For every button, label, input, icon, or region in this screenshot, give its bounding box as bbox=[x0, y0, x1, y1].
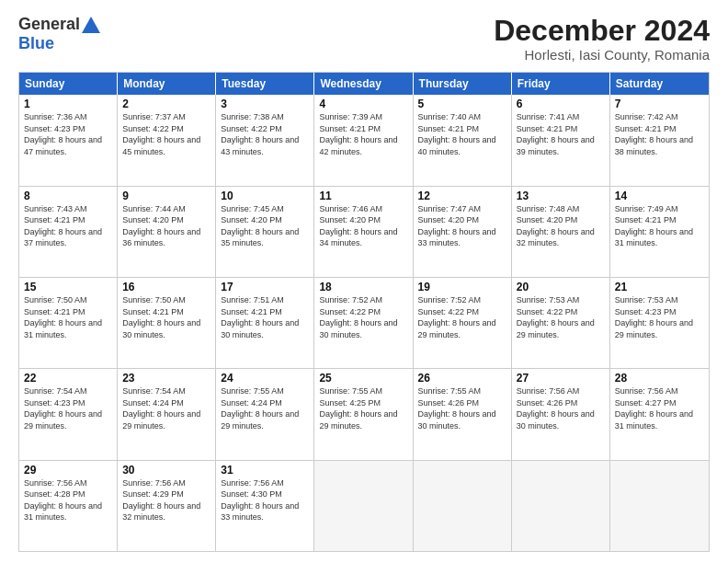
day-info: Sunrise: 7:55 AMSunset: 4:25 PMDaylight:… bbox=[319, 385, 407, 431]
main-title: December 2024 bbox=[494, 15, 710, 47]
day-info: Sunrise: 7:53 AMSunset: 4:23 PMDaylight:… bbox=[615, 294, 704, 340]
day-info: Sunrise: 7:52 AMSunset: 4:22 PMDaylight:… bbox=[418, 294, 506, 340]
day-number: 19 bbox=[418, 281, 506, 293]
day-number: 28 bbox=[615, 372, 704, 385]
empty-cell bbox=[610, 461, 709, 551]
day-info: Sunrise: 7:56 AMSunset: 4:30 PMDaylight:… bbox=[221, 477, 309, 523]
day-info: Sunrise: 7:43 AMSunset: 4:21 PMDaylight:… bbox=[24, 203, 112, 249]
logo: General Blue bbox=[18, 15, 100, 53]
day-cell-14: 14Sunrise: 7:49 AMSunset: 4:21 PMDayligh… bbox=[610, 187, 709, 277]
day-cell-16: 16Sunrise: 7:50 AMSunset: 4:21 PMDayligh… bbox=[118, 278, 216, 368]
day-number: 2 bbox=[122, 98, 210, 110]
day-number: 15 bbox=[24, 281, 112, 293]
empty-cell bbox=[314, 461, 413, 551]
header-day-sunday: Sunday bbox=[19, 73, 118, 95]
day-info: Sunrise: 7:54 AMSunset: 4:24 PMDaylight:… bbox=[122, 385, 210, 431]
day-number: 6 bbox=[517, 98, 605, 110]
day-cell-29: 29Sunrise: 7:56 AMSunset: 4:28 PMDayligh… bbox=[19, 461, 118, 551]
day-number: 14 bbox=[615, 190, 704, 202]
header-day-tuesday: Tuesday bbox=[216, 73, 314, 95]
calendar-container: SundayMondayTuesdayWednesdayThursdayFrid… bbox=[18, 72, 710, 552]
day-number: 30 bbox=[122, 464, 210, 477]
day-info: Sunrise: 7:55 AMSunset: 4:26 PMDaylight:… bbox=[418, 385, 506, 431]
day-number: 20 bbox=[517, 281, 605, 293]
logo-blue-text: Blue bbox=[18, 34, 54, 53]
day-info: Sunrise: 7:45 AMSunset: 4:20 PMDaylight:… bbox=[221, 203, 309, 249]
day-cell-3: 3Sunrise: 7:38 AMSunset: 4:22 PMDaylight… bbox=[216, 95, 314, 185]
day-info: Sunrise: 7:52 AMSunset: 4:22 PMDaylight:… bbox=[319, 294, 407, 340]
day-number: 29 bbox=[24, 464, 112, 477]
subtitle: Horlesti, Iasi County, Romania bbox=[494, 47, 710, 63]
day-number: 12 bbox=[418, 190, 506, 202]
day-cell-18: 18Sunrise: 7:52 AMSunset: 4:22 PMDayligh… bbox=[314, 278, 413, 368]
header-day-wednesday: Wednesday bbox=[314, 73, 413, 95]
empty-cell bbox=[512, 461, 610, 551]
day-number: 4 bbox=[319, 98, 407, 110]
day-cell-8: 8Sunrise: 7:43 AMSunset: 4:21 PMDaylight… bbox=[19, 187, 118, 277]
day-info: Sunrise: 7:40 AMSunset: 4:21 PMDaylight:… bbox=[418, 111, 506, 157]
day-info: Sunrise: 7:46 AMSunset: 4:20 PMDaylight:… bbox=[319, 203, 407, 249]
day-info: Sunrise: 7:47 AMSunset: 4:20 PMDaylight:… bbox=[418, 203, 506, 249]
day-cell-2: 2Sunrise: 7:37 AMSunset: 4:22 PMDaylight… bbox=[118, 95, 216, 185]
day-cell-6: 6Sunrise: 7:41 AMSunset: 4:21 PMDaylight… bbox=[512, 95, 610, 185]
day-info: Sunrise: 7:53 AMSunset: 4:22 PMDaylight:… bbox=[517, 294, 605, 340]
header-day-thursday: Thursday bbox=[414, 73, 512, 95]
day-info: Sunrise: 7:50 AMSunset: 4:21 PMDaylight:… bbox=[24, 294, 112, 340]
day-cell-13: 13Sunrise: 7:48 AMSunset: 4:20 PMDayligh… bbox=[512, 187, 610, 277]
day-cell-28: 28Sunrise: 7:56 AMSunset: 4:27 PMDayligh… bbox=[610, 369, 709, 459]
day-info: Sunrise: 7:48 AMSunset: 4:20 PMDaylight:… bbox=[517, 203, 605, 249]
day-number: 24 bbox=[221, 372, 309, 385]
day-info: Sunrise: 7:42 AMSunset: 4:21 PMDaylight:… bbox=[615, 111, 704, 157]
header-day-monday: Monday bbox=[118, 73, 216, 95]
day-number: 3 bbox=[221, 98, 309, 110]
day-cell-21: 21Sunrise: 7:53 AMSunset: 4:23 PMDayligh… bbox=[610, 278, 709, 368]
day-number: 18 bbox=[319, 281, 407, 293]
day-cell-22: 22Sunrise: 7:54 AMSunset: 4:23 PMDayligh… bbox=[19, 369, 118, 459]
title-section: December 2024 Horlesti, Iasi County, Rom… bbox=[494, 15, 710, 63]
day-number: 5 bbox=[418, 98, 506, 110]
calendar-body: 1Sunrise: 7:36 AMSunset: 4:23 PMDaylight… bbox=[19, 95, 709, 551]
day-number: 8 bbox=[24, 190, 112, 202]
day-info: Sunrise: 7:41 AMSunset: 4:21 PMDaylight:… bbox=[517, 111, 605, 157]
day-cell-19: 19Sunrise: 7:52 AMSunset: 4:22 PMDayligh… bbox=[414, 278, 512, 368]
calendar-row-5: 29Sunrise: 7:56 AMSunset: 4:28 PMDayligh… bbox=[19, 461, 709, 551]
day-info: Sunrise: 7:38 AMSunset: 4:22 PMDaylight:… bbox=[221, 111, 309, 157]
day-cell-25: 25Sunrise: 7:55 AMSunset: 4:25 PMDayligh… bbox=[314, 369, 413, 459]
day-number: 27 bbox=[517, 372, 605, 385]
calendar-row-3: 15Sunrise: 7:50 AMSunset: 4:21 PMDayligh… bbox=[19, 278, 709, 369]
day-number: 25 bbox=[319, 372, 407, 385]
day-info: Sunrise: 7:55 AMSunset: 4:24 PMDaylight:… bbox=[221, 385, 309, 431]
day-number: 1 bbox=[24, 98, 112, 110]
day-info: Sunrise: 7:54 AMSunset: 4:23 PMDaylight:… bbox=[24, 385, 112, 431]
day-info: Sunrise: 7:51 AMSunset: 4:21 PMDaylight:… bbox=[221, 294, 309, 340]
day-number: 13 bbox=[517, 190, 605, 202]
day-info: Sunrise: 7:49 AMSunset: 4:21 PMDaylight:… bbox=[615, 203, 704, 249]
day-info: Sunrise: 7:36 AMSunset: 4:23 PMDaylight:… bbox=[24, 111, 112, 157]
day-cell-5: 5Sunrise: 7:40 AMSunset: 4:21 PMDaylight… bbox=[414, 95, 512, 185]
header: General Blue December 2024 Horlesti, Ias… bbox=[18, 15, 710, 63]
day-info: Sunrise: 7:50 AMSunset: 4:21 PMDaylight:… bbox=[122, 294, 210, 340]
day-cell-17: 17Sunrise: 7:51 AMSunset: 4:21 PMDayligh… bbox=[216, 278, 314, 368]
header-day-friday: Friday bbox=[512, 73, 610, 95]
day-info: Sunrise: 7:56 AMSunset: 4:29 PMDaylight:… bbox=[122, 477, 210, 523]
day-number: 23 bbox=[122, 372, 210, 385]
day-info: Sunrise: 7:44 AMSunset: 4:20 PMDaylight:… bbox=[122, 203, 210, 249]
day-info: Sunrise: 7:37 AMSunset: 4:22 PMDaylight:… bbox=[122, 111, 210, 157]
day-number: 11 bbox=[319, 190, 407, 202]
day-cell-11: 11Sunrise: 7:46 AMSunset: 4:20 PMDayligh… bbox=[314, 187, 413, 277]
calendar-row-1: 1Sunrise: 7:36 AMSunset: 4:23 PMDaylight… bbox=[19, 95, 709, 186]
day-cell-27: 27Sunrise: 7:56 AMSunset: 4:26 PMDayligh… bbox=[512, 369, 610, 459]
day-cell-1: 1Sunrise: 7:36 AMSunset: 4:23 PMDaylight… bbox=[19, 95, 118, 185]
day-info: Sunrise: 7:56 AMSunset: 4:28 PMDaylight:… bbox=[24, 477, 112, 523]
day-cell-23: 23Sunrise: 7:54 AMSunset: 4:24 PMDayligh… bbox=[118, 369, 216, 459]
day-number: 31 bbox=[221, 464, 309, 477]
logo-general-text: General bbox=[18, 15, 80, 34]
day-cell-26: 26Sunrise: 7:55 AMSunset: 4:26 PMDayligh… bbox=[414, 369, 512, 459]
header-day-saturday: Saturday bbox=[610, 73, 709, 95]
day-cell-4: 4Sunrise: 7:39 AMSunset: 4:21 PMDaylight… bbox=[314, 95, 413, 185]
day-number: 10 bbox=[221, 190, 309, 202]
day-cell-20: 20Sunrise: 7:53 AMSunset: 4:22 PMDayligh… bbox=[512, 278, 610, 368]
day-number: 26 bbox=[418, 372, 506, 385]
day-number: 21 bbox=[615, 281, 704, 293]
day-cell-7: 7Sunrise: 7:42 AMSunset: 4:21 PMDaylight… bbox=[610, 95, 709, 185]
